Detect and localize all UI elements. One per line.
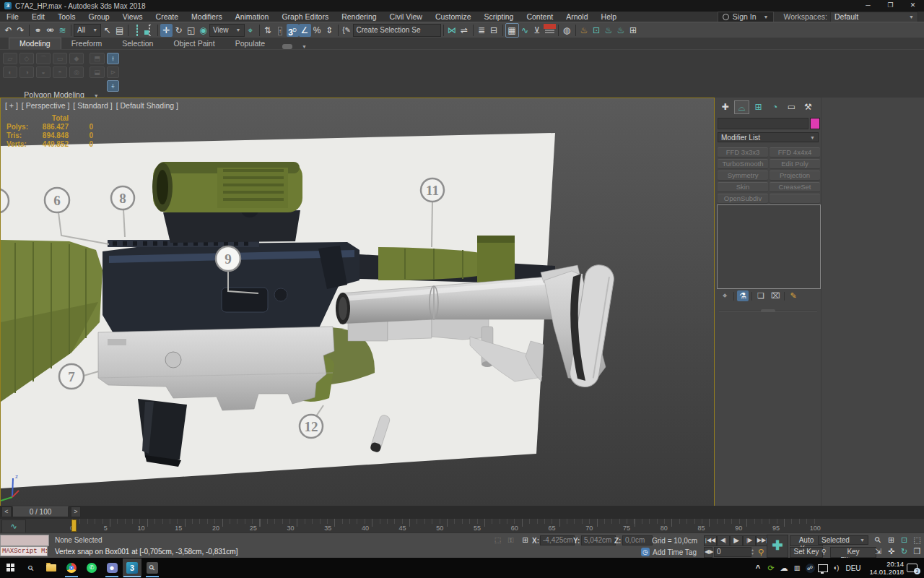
menu-edit[interactable]: Edit — [25, 12, 51, 22]
ribbon-tool-icon[interactable]: ◎ — [69, 66, 84, 78]
clock[interactable]: 20:14 14.01.2018 — [863, 560, 904, 576]
absolute-mode-icon[interactable]: ⊞ — [520, 535, 531, 545]
reference-coordinate-dropdown[interactable]: View ▼ — [209, 24, 244, 37]
snaps-toggle-3d-icon[interactable]: 3D — [287, 24, 299, 37]
viewport-menu-general[interactable]: [ + ] — [5, 101, 18, 110]
menu-civil-view[interactable]: Civil View — [383, 12, 429, 22]
current-frame-marker[interactable] — [71, 519, 77, 532]
state-sets-icon[interactable]: ⊞ — [627, 24, 640, 37]
ribbon-toggle-top-icon[interactable]: ⟊ — [107, 53, 119, 64]
default-in-out-tangent-icon[interactable]: ⚲ — [758, 548, 764, 557]
orbit-icon[interactable]: ↻ — [898, 546, 910, 557]
tab-create-icon[interactable]: ✚ — [718, 100, 733, 114]
menu-help[interactable]: Help — [595, 12, 624, 22]
ribbon-tab-populate[interactable]: Populate — [225, 38, 275, 49]
x-coordinate-field[interactable]: -4,425cm — [540, 535, 575, 545]
edit-named-selection-icon[interactable]: {✎ — [341, 24, 353, 37]
edit-poly-button[interactable]: Edit Poly — [770, 159, 820, 169]
set-keys-button[interactable]: ✚ — [767, 535, 788, 558]
select-and-scale-icon[interactable]: ◱ — [185, 24, 197, 37]
go-to-start-icon[interactable]: |◀◀ — [704, 535, 717, 546]
chrome-icon[interactable] — [62, 558, 81, 577]
taskbar-search-icon[interactable]: ⚲ — [22, 558, 40, 577]
field-of-view-icon[interactable]: ⇲ — [872, 546, 884, 557]
textools-icon[interactable] — [544, 24, 556, 37]
frame-spinner[interactable]: ▲▼ — [749, 547, 756, 557]
start-button[interactable] — [1, 558, 20, 577]
next-frame-icon[interactable]: |▶ — [743, 535, 756, 546]
minimize-icon[interactable]: ─ — [857, 0, 879, 12]
z-coordinate-field[interactable]: 0,0cm — [622, 535, 653, 545]
modifier-list-dropdown[interactable]: Modifier List ▼ — [718, 132, 819, 142]
3dsmax-taskbar-icon[interactable]: 3 — [123, 558, 141, 577]
ribbon-tool-icon[interactable]: ⌒ — [36, 53, 51, 64]
object-name-field[interactable] — [718, 118, 808, 129]
ribbon-tab-selection[interactable]: Selection — [112, 38, 163, 49]
rendered-frame-window-icon[interactable]: ⊡ — [590, 24, 603, 37]
key-filters-button[interactable]: Key Filters... — [830, 547, 876, 558]
menu-content[interactable]: Content — [520, 12, 559, 22]
tab-display-icon[interactable]: ▭ — [784, 100, 799, 114]
render-production-icon[interactable]: ♨ — [615, 24, 627, 37]
viewport-menu-shading[interactable]: [ Default Shading ] — [116, 101, 178, 110]
gpu-tray-icon[interactable]: ⟳ — [765, 558, 777, 577]
ribbon-tool-icon[interactable]: ◇ — [19, 53, 34, 64]
remove-modifier-icon[interactable]: ⌧ — [770, 290, 781, 301]
activeshade-render-icon[interactable]: ♨ — [603, 24, 615, 37]
pin-stack-icon[interactable]: ⌖ — [719, 290, 731, 301]
turbosmooth-button[interactable]: TurboSmooth — [718, 159, 768, 169]
render-setup-icon[interactable]: ♨ — [578, 24, 590, 37]
ribbon-tool-icon[interactable]: ◓ — [53, 66, 67, 78]
viewport-menu-standard[interactable]: [ Standard ] — [73, 101, 112, 110]
percent-snap-icon[interactable]: % — [311, 24, 323, 37]
language-indicator[interactable]: DEU — [845, 558, 862, 577]
maxscript-mini-listener-white[interactable]: MAXScript Mi — [0, 546, 48, 556]
onedrive-icon[interactable]: ☁ — [778, 558, 790, 577]
next-frame-arrow-icon[interactable]: > — [71, 506, 81, 517]
selection-set-dropdown[interactable]: Selected ▼ — [818, 535, 868, 545]
menu-scripting[interactable]: Scripting — [478, 12, 520, 22]
maximize-icon[interactable]: ❐ — [879, 0, 902, 12]
pan-icon[interactable]: ✜ — [885, 546, 897, 557]
viewer-app-icon[interactable]: ⚲ — [143, 558, 162, 577]
select-link-icon[interactable]: ⚭ — [32, 24, 44, 37]
whatsapp-icon[interactable]: ✆ — [82, 558, 101, 577]
make-unique-icon[interactable]: ❏ — [755, 290, 767, 301]
tab-utilities-icon[interactable]: ⚒ — [801, 100, 816, 114]
dope-sheet-icon[interactable]: ⊻ — [531, 24, 544, 37]
creaseset-button[interactable]: CreaseSet — [770, 182, 820, 192]
ribbon-tool-icon[interactable]: ◆ — [69, 53, 84, 64]
curve-editor-icon[interactable]: ∿ — [519, 24, 531, 37]
maximize-viewport-icon[interactable]: ❒ — [911, 546, 923, 557]
viewport-canvas[interactable]: 6 8 9 11 7 12 — [1, 98, 714, 506]
align-icon[interactable]: ⇌ — [458, 24, 471, 37]
rollout-divider-grip[interactable] — [761, 309, 775, 312]
layer-manager-icon[interactable]: ≣ — [476, 24, 488, 37]
object-color-swatch[interactable] — [810, 118, 820, 129]
action-center-icon[interactable]: 3 — [907, 564, 918, 572]
discord-icon[interactable]: ☻ — [103, 558, 121, 577]
material-editor-icon[interactable]: ◍ — [561, 24, 573, 37]
zoom-icon[interactable]: ⚲ — [872, 535, 884, 545]
ribbon-tool-icon[interactable]: ▱ — [3, 53, 17, 64]
previous-frame-icon[interactable]: ◀| — [717, 535, 730, 546]
menu-animation[interactable]: Animation — [229, 12, 276, 22]
close-icon[interactable]: ✕ — [902, 0, 924, 12]
configure-modifier-sets-icon[interactable]: ✎ — [788, 290, 799, 301]
workspaces-dropdown[interactable]: Default ▼ — [830, 12, 918, 22]
ribbon-tool-icon[interactable]: ⬒ — [90, 53, 105, 64]
menu-rendering[interactable]: Rendering — [335, 12, 383, 22]
menu-modifiers[interactable]: Modifiers — [185, 12, 229, 22]
add-time-tag[interactable]: ◷ Add Time Tag — [641, 548, 697, 556]
previous-frame-arrow-icon[interactable]: < — [1, 506, 12, 517]
current-frame-field[interactable]: 0 — [714, 547, 751, 557]
toggle-ribbon-icon[interactable]: ▦ — [505, 23, 519, 38]
keyboard-override-icon[interactable]: ↑ — [274, 24, 287, 37]
ribbon-tool-icon[interactable]: ▭ — [53, 53, 67, 64]
unlink-selection-icon[interactable]: ⚮ — [44, 24, 56, 37]
show-hidden-icons-icon[interactable]: ^ — [752, 558, 764, 577]
key-mode-toggle-icon[interactable]: ◀▶ — [704, 547, 712, 558]
menu-customize[interactable]: Customize — [429, 12, 478, 22]
zoom-extents-icon[interactable]: ⊡ — [898, 535, 910, 545]
tab-motion-icon[interactable]: ◔ — [767, 100, 783, 114]
